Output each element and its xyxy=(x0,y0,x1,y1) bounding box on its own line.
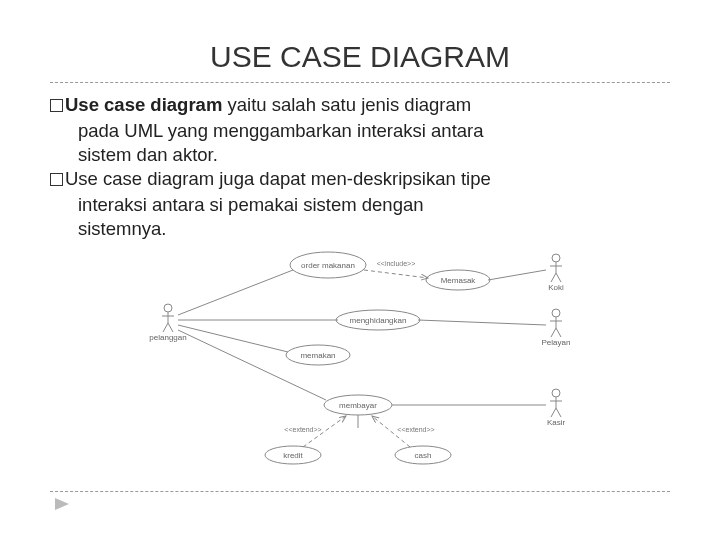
corner-arrow-icon xyxy=(55,498,69,510)
actor-pelanggan-label: pelanggan xyxy=(149,333,186,342)
svg-marker-26 xyxy=(55,498,69,510)
title-divider xyxy=(50,82,670,83)
bullet-icon xyxy=(50,99,63,112)
slide-body: Use case diagram yaitu salah satu jenis … xyxy=(50,93,670,241)
svg-line-12 xyxy=(178,270,293,315)
svg-text:<<extend>>: <<extend>> xyxy=(397,426,434,433)
svg-line-15 xyxy=(178,330,326,400)
bullet1-line2: pada UML yang menggambarkan interaksi an… xyxy=(50,119,670,143)
use-case-diagram: pelanggan Koki Pelayan Kasir order makan… xyxy=(148,250,578,470)
actor-pelayan-label: Pelayan xyxy=(542,338,571,347)
svg-text:order makanan: order makanan xyxy=(301,261,355,270)
actor-pelayan-icon xyxy=(550,309,562,337)
svg-text:kredit: kredit xyxy=(283,451,303,460)
svg-text:menghidangkan: menghidangkan xyxy=(350,316,407,325)
actor-pelanggan-icon xyxy=(162,304,174,332)
svg-text:memakan: memakan xyxy=(300,351,335,360)
footer-divider xyxy=(50,491,670,492)
actor-koki-icon xyxy=(550,254,562,282)
bullet1-bold: Use case diagram xyxy=(65,94,222,115)
svg-line-19 xyxy=(364,270,428,278)
bullet2-line2: interaksi antara si pemakai sistem denga… xyxy=(50,193,670,217)
bullet-icon xyxy=(50,173,63,186)
svg-text:<<extend>>: <<extend>> xyxy=(284,426,321,433)
actor-kasir-icon xyxy=(550,389,562,417)
slide-title: USE CASE DIAGRAM xyxy=(50,40,670,74)
svg-line-14 xyxy=(178,325,288,352)
bullet2-line3: sistemnya. xyxy=(50,217,670,241)
actor-koki-label: Koki xyxy=(548,283,564,292)
bullet2-text: Use case diagram juga dapat men-deskrips… xyxy=(65,168,491,189)
svg-text:<<include>>: <<include>> xyxy=(377,260,416,267)
bullet1-text: yaitu salah satu jenis diagram xyxy=(222,94,471,115)
svg-line-17 xyxy=(418,320,546,325)
svg-line-16 xyxy=(488,270,546,280)
svg-text:membayar: membayar xyxy=(339,401,377,410)
svg-text:Memasak: Memasak xyxy=(441,276,477,285)
bullet1-line3: sistem dan aktor. xyxy=(50,143,670,167)
actor-kasir-label: Kasir xyxy=(547,418,566,427)
svg-text:cash: cash xyxy=(415,451,432,460)
